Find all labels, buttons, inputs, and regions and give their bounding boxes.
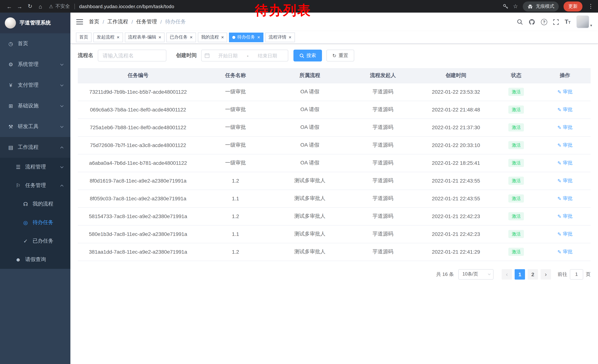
start-date-input[interactable]	[210, 53, 245, 58]
breadcrumb: 首页 / 工作流程 / 任务管理 / 待办任务	[89, 18, 186, 25]
close-icon[interactable]: ×	[158, 35, 161, 40]
initiator-cell: 芋道源码	[347, 207, 419, 225]
sidebar-item-label: 首页	[18, 40, 28, 47]
sidebar-item-home[interactable]: ◷ 首页	[0, 33, 70, 54]
task-id-cell: 8f059c03-7ac8-11ec-a9e2-a2380e71991a	[78, 190, 198, 207]
goto-label: 前往	[558, 271, 567, 277]
sidebar-item-workflow[interactable]: ▤ 工作流程	[0, 137, 70, 158]
address-bar[interactable]: dashboard.yudao.iocoder.cn/bpm/task/todo	[79, 4, 174, 9]
column-header-task-id: 任务编号	[78, 68, 198, 83]
password-key-icon[interactable]	[503, 4, 508, 9]
breadcrumb-separator: /	[103, 19, 104, 25]
date-range-picker[interactable]: -	[201, 50, 288, 61]
prev-page-button[interactable]: ‹	[502, 269, 512, 279]
goto-page-input[interactable]	[570, 269, 583, 279]
browser-home-icon[interactable]: ⌂	[36, 1, 45, 11]
browser-forward-icon[interactable]: →	[15, 1, 25, 11]
breadcrumb-task-management[interactable]: 任务管理	[136, 18, 157, 25]
reset-button[interactable]: ↻ 重置	[326, 50, 354, 61]
next-page-button[interactable]: ›	[540, 269, 551, 279]
github-icon[interactable]	[529, 19, 535, 25]
tab-my-process[interactable]: 我的流程 ×	[198, 32, 227, 42]
sidebar-toggle-icon[interactable]	[76, 19, 83, 24]
tab-start-process[interactable]: 发起流程 ×	[93, 32, 123, 42]
screen: ← → ↻ ⌂ ⚠ 不安全 dashboard.yudao.iocoder.cn…	[0, 0, 598, 364]
table-header-row: 任务编号 任务名称 所属流程 流程发起人 创建时间 状态 操作	[78, 68, 590, 83]
approve-button[interactable]: ✎审批	[557, 231, 573, 237]
initiator-cell: 芋道源码	[347, 136, 419, 154]
task-name-cell: 一级审批	[198, 83, 273, 101]
approve-button[interactable]: ✎审批	[557, 195, 573, 202]
browser-back-icon[interactable]: ←	[4, 1, 14, 11]
bookmark-star-icon[interactable]: ☆	[513, 3, 518, 10]
created-cell: 2022-01-21 22:42:23	[419, 225, 493, 243]
tab-done-task[interactable]: 已办任务 ×	[166, 32, 196, 42]
created-cell: 2022-01-22 21:48:48	[419, 101, 493, 119]
security-label: 不安全	[55, 3, 70, 10]
security-indicator[interactable]: ⚠ 不安全	[49, 3, 70, 10]
search-icon[interactable]	[517, 19, 523, 25]
edit-icon: ✎	[557, 160, 562, 166]
end-date-input[interactable]	[250, 53, 285, 58]
approve-button[interactable]: ✎审批	[557, 213, 573, 219]
approve-button[interactable]: ✎审批	[557, 106, 573, 113]
status-badge: 激活	[508, 105, 524, 114]
sidebar-item-infrastructure[interactable]: ⊞ 基础设施	[0, 96, 70, 116]
close-icon[interactable]: ×	[117, 35, 119, 40]
sidebar-item-system-management[interactable]: ⚙ 系统管理	[0, 54, 70, 75]
task-name-cell: 1.2	[198, 172, 273, 190]
tab-home[interactable]: 首页	[76, 32, 91, 42]
sidebar-item-label: 我的流程	[33, 201, 53, 207]
browser-menu-icon[interactable]: ⋮	[588, 3, 594, 10]
task-id-cell: 73211d9d-7b9b-11ec-b5b7-acde48001122	[78, 83, 198, 101]
eye-icon: ◎	[22, 219, 29, 226]
search-button[interactable]: 搜索	[293, 50, 322, 61]
tab-process-form-edit[interactable]: 流程表单-编辑 ×	[125, 32, 165, 42]
update-button[interactable]: 更新	[564, 1, 582, 11]
breadcrumb-workflow[interactable]: 工作流程	[108, 18, 128, 25]
fullscreen-icon[interactable]	[553, 19, 559, 25]
sidebar-item-process-management[interactable]: ☰ 流程管理	[0, 158, 70, 176]
user-avatar[interactable]: ▾	[576, 16, 592, 28]
sidebar-item-my-process[interactable]: ☊ 我的流程	[0, 195, 70, 213]
calendar-icon	[205, 53, 210, 58]
process-name-input[interactable]	[98, 50, 166, 61]
column-header-process: 所属流程	[273, 68, 347, 83]
page-size-select[interactable]: 10条/页	[458, 269, 493, 279]
approve-button[interactable]: ✎审批	[557, 177, 573, 184]
close-icon[interactable]: ×	[257, 35, 260, 40]
sidebar-item-done-task[interactable]: ✓ 已办任务	[0, 232, 70, 250]
app-logo[interactable]: 芋道管理系统	[0, 13, 70, 33]
sidebar-item-payment-management[interactable]: ¥ 支付管理	[0, 75, 70, 96]
process-cell: OA 请假	[273, 119, 347, 136]
created-cell: 2022-01-22 20:33:10	[419, 136, 493, 154]
font-size-icon[interactable]: TT	[565, 19, 571, 25]
sidebar-item-task-management[interactable]: ⚐ 任务管理	[0, 176, 70, 195]
page-button-2[interactable]: 2	[528, 269, 538, 279]
tab-todo-task[interactable]: 待办任务 ×	[229, 32, 263, 42]
approve-button[interactable]: ✎审批	[557, 89, 573, 95]
page-button-1[interactable]: 1	[515, 269, 525, 279]
sidebar-item-leave-query[interactable]: ☻ 请假查询	[0, 250, 70, 269]
browser-reload-icon[interactable]: ↻	[25, 1, 35, 11]
approve-button[interactable]: ✎审批	[557, 249, 573, 255]
approve-button[interactable]: ✎审批	[557, 124, 573, 131]
edit-icon: ✎	[557, 231, 562, 237]
approve-button[interactable]: ✎审批	[557, 142, 573, 148]
table-row: 8f0d1619-7ac8-11ec-a9e2-a2380e71991a 1.2…	[78, 172, 590, 190]
approve-button[interactable]: ✎审批	[557, 160, 573, 166]
help-icon[interactable]: ?	[541, 19, 547, 25]
sidebar: 芋道管理系统 ◷ 首页 ⚙ 系统管理 ¥ 支付管理 ⊞ 基础设施	[0, 13, 70, 364]
incognito-spy-icon	[527, 4, 533, 9]
created-cell: 2022-01-22 21:37:30	[419, 119, 493, 136]
page-unit-label: 页	[586, 271, 590, 277]
close-icon[interactable]: ×	[190, 35, 192, 40]
warning-icon: ⚠	[49, 4, 53, 9]
tab-process-detail[interactable]: 流程详情 ×	[265, 32, 295, 42]
sidebar-item-todo-task[interactable]: ◎ 待办任务	[0, 213, 70, 232]
sidebar-item-dev-tools[interactable]: ⚒ 研发工具	[0, 116, 70, 137]
close-icon[interactable]: ×	[221, 35, 224, 40]
top-navbar: 首页 / 工作流程 / 任务管理 / 待办任务 ?	[70, 13, 598, 31]
breadcrumb-home[interactable]: 首页	[89, 18, 99, 25]
close-icon[interactable]: ×	[289, 35, 291, 40]
